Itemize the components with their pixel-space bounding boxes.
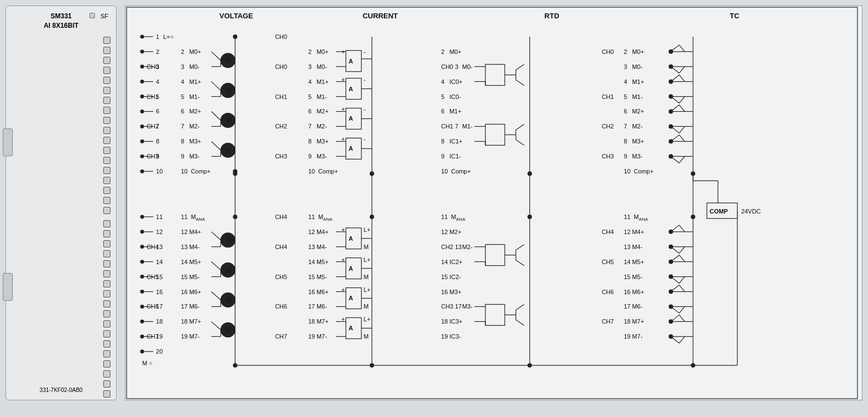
svg-text:IC1-: IC1- bbox=[449, 153, 461, 160]
svg-text:A: A bbox=[349, 86, 353, 92]
svg-text:M2+: M2+ bbox=[189, 108, 202, 115]
svg-line-434 bbox=[679, 285, 685, 292]
svg-line-418 bbox=[671, 247, 679, 254]
svg-text:M0-: M0- bbox=[632, 63, 643, 70]
svg-line-444 bbox=[679, 315, 685, 321]
svg-text:M2-: M2- bbox=[317, 123, 327, 130]
svg-line-363 bbox=[671, 105, 679, 112]
svg-text:15: 15 bbox=[308, 274, 315, 280]
svg-text:M7+: M7+ bbox=[632, 318, 644, 325]
svg-text:3: 3 bbox=[624, 63, 627, 70]
svg-line-130 bbox=[212, 262, 221, 270]
svg-line-318 bbox=[516, 304, 524, 310]
svg-text:CH0: CH0 bbox=[275, 33, 287, 40]
svg-text:M1-: M1- bbox=[632, 93, 643, 100]
svg-text:18: 18 bbox=[308, 318, 315, 325]
svg-text:M5-: M5- bbox=[317, 274, 327, 280]
svg-text:14: 14 bbox=[624, 259, 630, 265]
svg-text:10: 10 bbox=[181, 168, 188, 175]
svg-point-452 bbox=[233, 34, 237, 39]
svg-text:L+: L+ bbox=[364, 256, 371, 263]
svg-text:M2-: M2- bbox=[189, 123, 200, 130]
svg-text:CH5: CH5 bbox=[147, 274, 159, 280]
svg-text:17: 17 bbox=[308, 303, 315, 310]
svg-text:MANA: MANA bbox=[634, 214, 648, 222]
svg-text:-: - bbox=[364, 76, 366, 83]
rtd-header: RTD bbox=[544, 12, 559, 20]
svg-text:M3+: M3+ bbox=[189, 138, 202, 145]
svg-text:CH6: CH6 bbox=[275, 303, 287, 310]
svg-text:IC3-: IC3- bbox=[449, 333, 461, 340]
svg-text:M5-: M5- bbox=[189, 274, 200, 280]
svg-text:6: 6 bbox=[308, 108, 312, 115]
svg-text:Comp+: Comp+ bbox=[634, 168, 654, 175]
svg-text:18: 18 bbox=[181, 318, 188, 325]
svg-line-317 bbox=[516, 320, 524, 325]
svg-text:M6-: M6- bbox=[317, 303, 327, 310]
svg-point-462 bbox=[233, 363, 237, 368]
svg-text:CH0 3: CH0 3 bbox=[441, 63, 458, 70]
svg-text:19: 19 bbox=[308, 333, 315, 340]
svg-text:CH7: CH7 bbox=[601, 318, 614, 325]
svg-text:M2-: M2- bbox=[632, 123, 643, 130]
svg-text:5: 5 bbox=[308, 93, 312, 100]
svg-line-309 bbox=[516, 260, 524, 266]
svg-line-135 bbox=[212, 292, 221, 300]
module-notch-bottom bbox=[3, 273, 13, 301]
svg-text:IC2-: IC2- bbox=[449, 274, 461, 280]
svg-point-455 bbox=[370, 171, 374, 176]
pin1-lplus: L+○ bbox=[163, 33, 174, 40]
module-title: SM331 AI 8X16BIT bbox=[44, 12, 79, 31]
svg-text:6: 6 bbox=[441, 108, 444, 115]
svg-text:M4+: M4+ bbox=[189, 229, 202, 235]
svg-text:CH5: CH5 bbox=[275, 274, 287, 280]
svg-text:CH3: CH3 bbox=[601, 153, 614, 160]
svg-line-419 bbox=[679, 247, 685, 254]
svg-text:-: - bbox=[364, 136, 366, 142]
top-connectors bbox=[103, 37, 111, 214]
svg-text:IC2+: IC2+ bbox=[449, 259, 462, 265]
svg-text:M: M bbox=[364, 274, 369, 280]
svg-line-348 bbox=[671, 67, 679, 73]
svg-text:A: A bbox=[349, 325, 353, 331]
svg-text:M1+: M1+ bbox=[189, 78, 202, 85]
svg-text:2: 2 bbox=[441, 48, 444, 55]
svg-line-448 bbox=[671, 336, 679, 343]
svg-text:17: 17 bbox=[624, 303, 630, 310]
svg-text:10: 10 bbox=[624, 168, 630, 175]
svg-text:18: 18 bbox=[441, 318, 448, 325]
svg-text:M1-: M1- bbox=[189, 93, 200, 100]
svg-text:13: 13 bbox=[624, 244, 630, 250]
svg-text:3: 3 bbox=[181, 63, 184, 70]
svg-line-449 bbox=[679, 336, 685, 343]
svg-text:M5+: M5+ bbox=[189, 259, 202, 265]
svg-text:18: 18 bbox=[156, 318, 163, 325]
svg-text:M: M bbox=[364, 333, 369, 340]
voltage-header: VOLTAGE bbox=[219, 12, 253, 20]
svg-text:M0-: M0- bbox=[317, 63, 327, 70]
svg-text:10: 10 bbox=[156, 168, 163, 175]
part-number: 331-7KF02-0AB0 bbox=[39, 387, 82, 393]
svg-text:CH1: CH1 bbox=[275, 93, 287, 100]
svg-point-464 bbox=[528, 363, 532, 368]
svg-line-378 bbox=[671, 156, 679, 163]
svg-text:2: 2 bbox=[181, 48, 184, 55]
svg-text:IC0+: IC0+ bbox=[449, 78, 462, 85]
svg-text:CH2: CH2 bbox=[147, 123, 159, 130]
svg-text:CH1 7: CH1 7 bbox=[441, 123, 458, 130]
svg-line-438 bbox=[671, 306, 679, 313]
svg-text:IC3+: IC3+ bbox=[449, 318, 462, 325]
svg-text:16: 16 bbox=[308, 289, 315, 295]
svg-text:M4-: M4- bbox=[317, 244, 327, 250]
svg-text:19: 19 bbox=[181, 333, 188, 340]
svg-text:M0-: M0- bbox=[462, 63, 473, 70]
svg-text:M3-: M3- bbox=[189, 153, 200, 160]
svg-text:M6+: M6+ bbox=[317, 289, 329, 295]
svg-text:M4+: M4+ bbox=[632, 229, 644, 235]
svg-text:Comp+: Comp+ bbox=[318, 168, 338, 175]
svg-text:A: A bbox=[349, 265, 353, 272]
svg-text:8: 8 bbox=[624, 138, 627, 145]
svg-text:CH2 13: CH2 13 bbox=[441, 244, 461, 250]
svg-text:24VDC: 24VDC bbox=[741, 208, 761, 215]
svg-line-423 bbox=[671, 255, 679, 262]
